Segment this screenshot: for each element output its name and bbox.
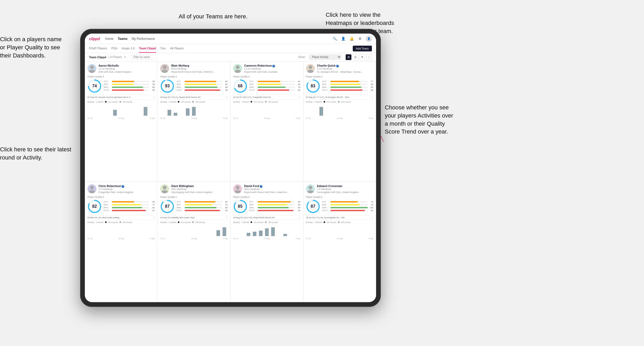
latest-round[interactable]: 26 Aug 23 | 84 (+12), Royal North Devon … bbox=[233, 215, 300, 220]
tab-all-players[interactable]: All Players bbox=[170, 44, 184, 53]
grid-4-view[interactable]: ⊞ bbox=[346, 54, 351, 60]
stat-bar bbox=[258, 89, 289, 91]
bell-icon[interactable]: 🔔 bbox=[349, 36, 355, 42]
donut-container[interactable]: 74 bbox=[87, 79, 102, 93]
nav-teams[interactable]: Teams bbox=[118, 37, 127, 41]
player-name[interactable]: David Ford✓ bbox=[244, 184, 300, 188]
latest-round[interactable]: 04 Sep 23 | Mobility with coach, Gym → bbox=[160, 215, 227, 220]
stat-label: APP bbox=[176, 204, 184, 206]
tab-tour[interactable]: Tour bbox=[160, 44, 166, 53]
sort-view[interactable]: ↕ bbox=[366, 54, 372, 60]
stat-bar bbox=[330, 210, 365, 211]
donut-container[interactable]: 85 bbox=[233, 199, 247, 214]
player-name[interactable]: Cameron Robertson✓ bbox=[244, 64, 300, 67]
stat-bar-container bbox=[112, 201, 149, 203]
svg-point-51 bbox=[307, 190, 314, 193]
activity-title: Activity · 1 Month bbox=[160, 101, 176, 103]
player-name[interactable]: Chris Robertson✓ bbox=[98, 184, 155, 188]
stat-value: 96 bbox=[296, 209, 300, 212]
stat-value: 83 bbox=[368, 86, 373, 88]
player-name[interactable]: Charlie Quick✓ bbox=[317, 64, 373, 67]
profile-icon[interactable]: 👤 bbox=[340, 36, 346, 42]
stat-bar-container bbox=[112, 87, 149, 88]
off-course-dot bbox=[120, 221, 121, 223]
player-card[interactable]: Aaron Nicholls 11-15 Handicap Drift Golf… bbox=[85, 61, 158, 182]
player-card[interactable]: David Ford✓ Plus Handicap Royal North De… bbox=[231, 182, 303, 302]
settings-icon[interactable]: ⚙ bbox=[357, 36, 363, 42]
stat-bar-container bbox=[258, 89, 295, 91]
off-course-label: Off course bbox=[123, 221, 132, 223]
filter-view[interactable]: ▼ bbox=[359, 54, 365, 60]
verified-badge: ✓ bbox=[336, 65, 339, 67]
grid-3-view[interactable]: ⊟ bbox=[352, 54, 358, 60]
stat-row: PUTT 85 bbox=[104, 89, 155, 91]
nav-my-performance[interactable]: My Performance bbox=[132, 37, 155, 41]
view-icons: ⊞ ⊟ ▼ ↕ bbox=[346, 54, 372, 60]
stat-label: PUTT bbox=[250, 209, 257, 212]
player-card[interactable]: Cameron Robertson✓ 11-15 Handicap Royal … bbox=[231, 61, 303, 182]
tab-pgat-players[interactable]: PGAT Players bbox=[89, 44, 107, 53]
donut-container[interactable]: 87 bbox=[306, 199, 320, 214]
activity-section: Activity · 1 Month On course Off course … bbox=[87, 221, 155, 239]
donut-container[interactable]: 82 bbox=[87, 199, 102, 214]
donut-container[interactable]: 83 bbox=[306, 79, 320, 93]
stat-value: 91 bbox=[150, 209, 155, 212]
stat-bar bbox=[330, 89, 362, 91]
donut-container[interactable]: 68 bbox=[233, 79, 247, 93]
donut-container[interactable]: 87 bbox=[160, 199, 174, 214]
stat-bar-container bbox=[330, 81, 368, 82]
player-card[interactable]: Charlie Quick✓ 6-10 Handicap St. George'… bbox=[303, 61, 376, 182]
player-card[interactable]: Blair McHarg Plus Handicap Royal North D… bbox=[158, 61, 230, 182]
tab-hcaps[interactable]: Hcaps 1-5 bbox=[122, 44, 135, 53]
search-icon[interactable]: 🔍 bbox=[332, 36, 338, 42]
player-club: Drift Golf Club, United Kingdom bbox=[98, 71, 155, 73]
stat-label: APP bbox=[250, 204, 257, 206]
player-card[interactable]: Edward Crossman 1-5 Handicap Sunningdale… bbox=[303, 182, 376, 302]
stat-row: APP 79 bbox=[322, 204, 373, 206]
latest-round[interactable]: 26 Aug 23 | 73 (+1), Royal North Devon G… bbox=[160, 95, 227, 100]
off-course-label: Off course bbox=[195, 101, 205, 103]
off-course-dot bbox=[192, 101, 194, 103]
latest-round[interactable]: 18 Jul 23 | 74 (+4), Sunningdale GC - Ol… bbox=[306, 215, 373, 220]
svg-rect-17 bbox=[168, 110, 171, 115]
activity-title: Activity · 1 Month bbox=[87, 221, 103, 223]
stat-label: OTT bbox=[176, 80, 184, 83]
show-select[interactable]: Player Activity Quality Score Trend bbox=[309, 55, 341, 60]
stat-value: 85 bbox=[223, 83, 228, 86]
team-count: | 14 Players bbox=[108, 56, 122, 58]
stat-label: PUTT bbox=[322, 89, 330, 91]
quality-section: 87 OTT 82 APP bbox=[160, 199, 227, 214]
latest-round[interactable]: 05 Mar 23 | 19, Must make putting → bbox=[87, 215, 155, 220]
nav-home[interactable]: Home bbox=[105, 37, 113, 41]
stat-bar bbox=[258, 84, 281, 85]
user-avatar[interactable]: 👤 bbox=[366, 36, 372, 42]
donut-container[interactable]: 93 bbox=[160, 79, 174, 93]
tab-team-clippd[interactable]: Team Clippd bbox=[139, 44, 156, 53]
activity-header: Activity · 1 Month On course Off course bbox=[87, 221, 155, 223]
edit-icon[interactable]: ✏ bbox=[124, 56, 126, 58]
filter-input[interactable] bbox=[131, 55, 157, 59]
stat-bar-container bbox=[330, 84, 368, 85]
stat-bar bbox=[112, 210, 146, 211]
latest-round[interactable]: 02 Sep 23 | Sunset round to get back int… bbox=[87, 95, 155, 100]
off-course-dot bbox=[265, 101, 267, 103]
chart-date: 21 Aug bbox=[191, 238, 197, 239]
latest-round-text: 26 Aug 23 | 73 (+1), Royal North Devon G… bbox=[160, 96, 225, 98]
svg-rect-12 bbox=[144, 107, 147, 116]
player-name[interactable]: Edward Crossman bbox=[317, 184, 373, 188]
stat-label: ARG bbox=[176, 86, 184, 88]
verified-badge: ✓ bbox=[260, 185, 262, 188]
latest-round[interactable]: 07 Aug 23 | 77 (+7), St George's Hill GC… bbox=[306, 95, 373, 100]
player-name[interactable]: Aaron Nicholls bbox=[98, 64, 155, 67]
tab-pga[interactable]: PGA bbox=[111, 44, 117, 53]
player-handicap: 1-5 Handicap bbox=[98, 188, 155, 191]
player-card[interactable]: Chris Robertson✓ 1-5 Handicap Craigmilla… bbox=[85, 182, 158, 302]
player-card[interactable]: Dave Billingham Plus Handicap Sög Maging… bbox=[158, 182, 230, 302]
latest-round-arrow: → bbox=[371, 96, 373, 98]
add-team-button[interactable]: Add Team bbox=[353, 46, 372, 51]
chart-date: 21 Aug bbox=[191, 117, 197, 119]
player-name[interactable]: Blair McHarg bbox=[171, 64, 227, 67]
latest-round[interactable]: 02 Jul 23 | 59 (+17), Craigmillar Park G… bbox=[233, 95, 300, 100]
off-course-dot bbox=[120, 101, 121, 103]
player-name[interactable]: Dave Billingham bbox=[171, 184, 227, 188]
